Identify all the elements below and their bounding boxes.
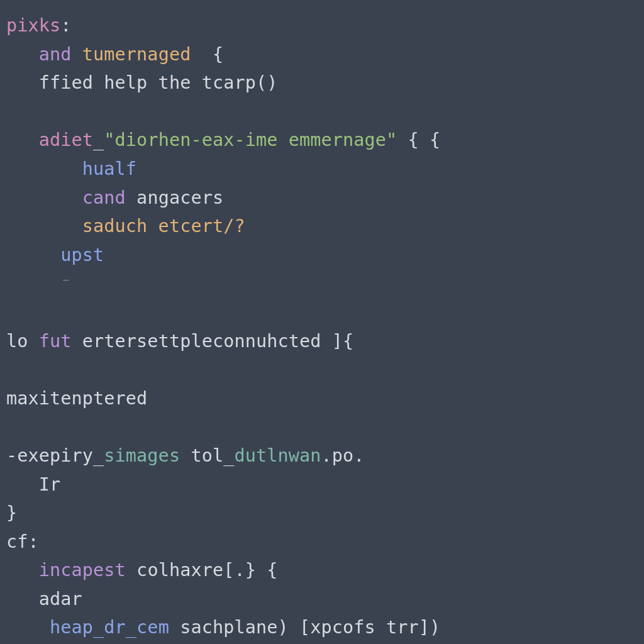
- token-keyword: incapest: [39, 560, 126, 580]
- token-text: lo: [6, 331, 39, 352]
- token-text: -exepiry_: [6, 445, 104, 466]
- token-text: angacers: [126, 187, 223, 208]
- code-line: hualf: [6, 158, 136, 179]
- token-ident: simages: [104, 445, 180, 466]
- token-keyword: cand: [82, 187, 126, 208]
- token-string: emmernage": [289, 130, 397, 150]
- token-ident: hualf: [82, 158, 136, 179]
- token-text: sachplane): [169, 617, 299, 638]
- token-keyword: adiet: [39, 130, 93, 150]
- token-text: Ir: [39, 474, 61, 495]
- token-text: tol_: [180, 445, 234, 466]
- code-line: cf:: [6, 531, 39, 552]
- code-line: ⁻: [6, 273, 72, 294]
- token-text: adar: [39, 589, 82, 609]
- code-line: pixks:: [6, 15, 72, 36]
- code-line: -exepiry_simages tol_dutlnwan.po.: [6, 445, 365, 466]
- code-line: adar: [6, 589, 82, 609]
- code-line: cand angacers: [6, 187, 223, 208]
- code-line: ffied help the tcarp(): [6, 72, 277, 93]
- code-line: upst: [6, 245, 104, 265]
- token-punct: :: [60, 15, 71, 36]
- code-line: saduch etcert/?: [6, 216, 245, 236]
- token-bracket: [xpcofs trr]): [299, 617, 440, 638]
- token-text: cf:: [6, 531, 39, 552]
- token-brace: { {: [397, 130, 440, 150]
- code-line: and tumernaged {: [6, 44, 223, 65]
- token-ident: tumernaged: [72, 44, 191, 65]
- token-text: ffied help the tcarp(): [39, 72, 278, 93]
- code-line: lo fut ertersettpleconnuhcted ]{: [6, 331, 353, 352]
- code-line: }: [6, 502, 17, 523]
- token-punct: _: [93, 130, 104, 150]
- token-ident: upst: [60, 245, 104, 265]
- token-ident: dutlnwan: [234, 445, 321, 466]
- token-ident: heap_dr_cem: [50, 617, 169, 638]
- code-line: incapest colhaxre[.} {: [6, 560, 277, 580]
- code-line: heap_dr_cem sachplane) [xpcofs trr]): [6, 617, 440, 638]
- token-text: maxitenptered: [6, 388, 147, 409]
- token-punct: .po.: [321, 445, 365, 466]
- token-string: "diorhen-eax-ime: [104, 130, 288, 150]
- code-line: maxitenptered: [6, 388, 147, 409]
- code-line: Ir: [6, 474, 60, 495]
- token-keyword: and: [39, 44, 72, 65]
- token-brace: }: [6, 502, 17, 523]
- code-editor[interactable]: pixks: and tumernaged { ffied help the t…: [0, 0, 644, 644]
- code-line: adiet_"diorhen-eax-ime emmernage" { {: [6, 130, 440, 150]
- token-keyword: pixks: [6, 15, 60, 36]
- token-ident: saduch etcert/?: [82, 216, 245, 236]
- token-text: ertersettpleconnuhcted ]{: [72, 331, 354, 352]
- token-punct: ⁻: [60, 273, 71, 294]
- token-brace: {: [191, 44, 223, 65]
- token-keyword: fut: [39, 331, 72, 352]
- token-text: colhaxre[.} {: [126, 560, 278, 580]
